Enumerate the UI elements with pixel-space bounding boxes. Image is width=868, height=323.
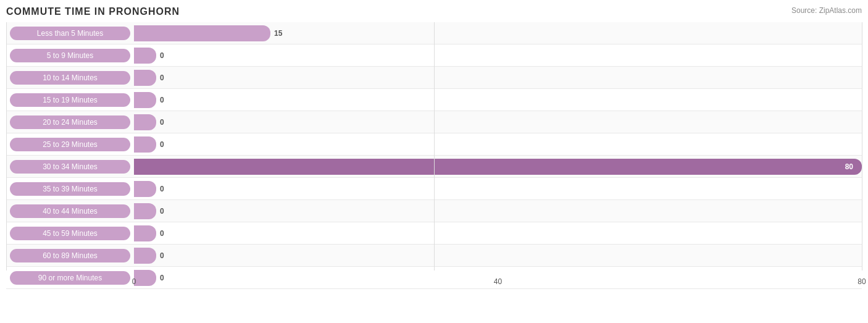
bar-value: 0 xyxy=(160,140,164,149)
bar-value: 80 xyxy=(845,162,858,171)
bar-track: 0 xyxy=(134,200,862,222)
bar-track: 0 xyxy=(134,133,862,155)
x-axis-tick: 80 xyxy=(858,277,866,286)
bar-value: 0 xyxy=(160,185,164,193)
bar-value: 0 xyxy=(160,51,164,60)
bar-label: 35 to 39 Minutes xyxy=(10,182,130,196)
source-label: Source: ZipAtlas.com xyxy=(791,6,862,15)
chart-title: COMMUTE TIME IN PRONGHORN xyxy=(6,6,862,17)
bar-track: 0 xyxy=(134,67,862,88)
bar-value: 15 xyxy=(274,29,282,38)
bar-track: 0 xyxy=(134,89,862,111)
bar-value: 0 xyxy=(160,229,164,238)
bar-value: 0 xyxy=(160,118,164,127)
bar-label: 30 to 34 Minutes xyxy=(10,160,130,174)
bar-label: 15 to 19 Minutes xyxy=(10,93,130,107)
x-axis: 04080 xyxy=(134,277,862,296)
x-axis-tick: 40 xyxy=(494,277,502,286)
grid-line xyxy=(6,22,7,271)
bar-value: 0 xyxy=(160,96,164,104)
bar-label: 45 to 59 Minutes xyxy=(10,227,130,240)
bar-value: 0 xyxy=(160,207,164,216)
bar-track: 0 xyxy=(134,222,862,244)
bar-label: Less than 5 Minutes xyxy=(10,27,130,40)
bar-value: 0 xyxy=(160,73,164,82)
grid-line xyxy=(434,22,435,271)
chart-container: COMMUTE TIME IN PRONGHORN Source: ZipAtl… xyxy=(0,0,868,323)
bar-value: 0 xyxy=(160,251,164,260)
bar-track: 15 xyxy=(134,22,862,44)
bar-label: 90 or more Minutes xyxy=(10,271,130,285)
bar-label: 25 to 29 Minutes xyxy=(10,138,130,151)
bar-label: 40 to 44 Minutes xyxy=(10,204,130,218)
bar-label: 20 to 24 Minutes xyxy=(10,115,130,129)
bars-section: Less than 5 Minutes155 to 9 Minutes010 t… xyxy=(6,22,862,289)
bar-track: 0 xyxy=(134,245,862,266)
grid-line xyxy=(862,22,862,271)
bar-track: 0 xyxy=(134,178,862,199)
bar-track: 0 xyxy=(134,111,862,133)
bar-label: 10 to 14 Minutes xyxy=(10,71,130,85)
chart-area: Less than 5 Minutes155 to 9 Minutes010 t… xyxy=(6,22,862,296)
x-axis-tick: 0 xyxy=(132,277,136,286)
bar-label: 60 to 89 Minutes xyxy=(10,249,130,262)
bar-track: 80 xyxy=(134,156,862,177)
bar-label: 5 to 9 Minutes xyxy=(10,49,130,62)
bar-track: 0 xyxy=(134,44,862,66)
